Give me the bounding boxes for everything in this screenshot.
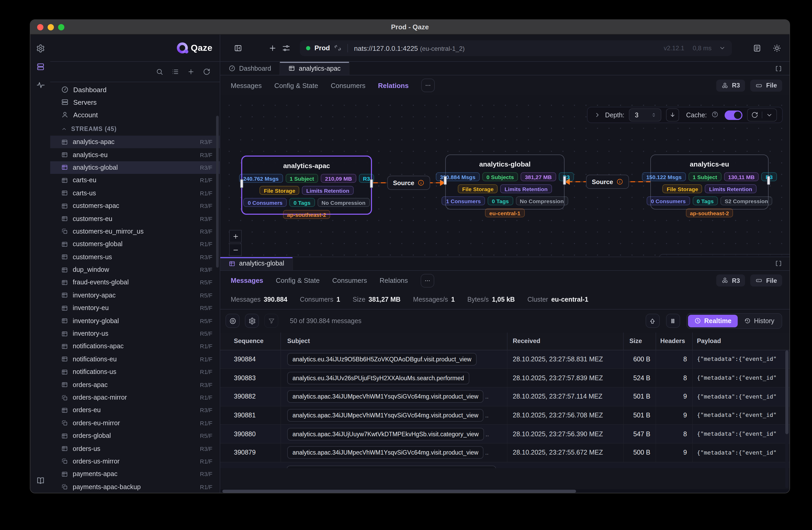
sidebar-stream-customers-apac[interactable]: customers-apac R3/F (50, 199, 220, 212)
connection-settings-button[interactable] (282, 44, 290, 52)
search-icon[interactable] (156, 68, 163, 75)
subject-pill[interactable]: analytics.eu.34iJUz9O5Bb6H5ZoVKQDAoDBguf… (287, 353, 477, 365)
node-handle-right[interactable] (563, 176, 566, 185)
sidebar-item-servers[interactable]: Servers (50, 96, 220, 108)
graph-node-analytics-global[interactable]: analytics-global 390.884 Msgs 0 Subjects… (445, 154, 565, 209)
subtab-config---state[interactable]: Config & State (276, 277, 320, 284)
publish-message-button[interactable] (646, 314, 660, 328)
message-row-390883[interactable]: 390883 analytics.eu.34iJUv26sPUjuFtSyH2X… (220, 369, 789, 387)
message-row-390881[interactable]: 390881 analytics.apac.34iJUMpecVhWM1Ysqv… (220, 406, 789, 425)
sidebar-stream-analytics-global[interactable]: analytics-global R3/F (50, 161, 220, 174)
split-view-icon[interactable] (775, 65, 782, 72)
close-window-button[interactable] (37, 24, 43, 30)
activity-view-button[interactable] (36, 81, 45, 89)
edge-label-source[interactable]: Source (586, 175, 629, 189)
table-vertical-scrollbar[interactable] (785, 350, 788, 488)
node-handle-right[interactable] (767, 176, 770, 185)
sidebar-stream-notifications-eu[interactable]: notifications-eu R1/F (50, 353, 220, 365)
connection-bar[interactable]: Prod nats://127.0.0.1:4225(eu-central-1_… (300, 40, 732, 56)
sidebar-stream-customers-us[interactable]: customers-us R3/F (50, 251, 220, 263)
edge-label-source[interactable]: Source (387, 176, 430, 190)
sidebar-stream-dup_window[interactable]: dup_window R3/F (50, 263, 220, 276)
sidebar-stream-orders-us[interactable]: orders-us R3/F (50, 442, 220, 455)
sidebar-stream-inventory-apac[interactable]: inventory-apac R5/F (50, 289, 220, 302)
subtab-relations[interactable]: Relations (378, 81, 409, 89)
sidebar-stream-payments-apac-backup[interactable]: payments-apac-backup R1/F (50, 480, 220, 493)
sidebar-stream-carts-us[interactable]: carts-us R1/F (50, 187, 220, 199)
column-header-subject[interactable]: Subject (280, 332, 507, 350)
subject-pill[interactable]: analytics.apac.34iJUjUuyw7KwtVkDTMPEkvHg… (287, 428, 484, 440)
message-row-390884[interactable]: 390884 analytics.eu.34iJUz9O5Bb6H5ZoVKQD… (220, 350, 789, 369)
unlink-icon[interactable] (334, 44, 341, 51)
subtab-messages[interactable]: Messages (231, 277, 263, 284)
question-icon[interactable] (712, 111, 720, 119)
column-header-size[interactable]: Size (623, 332, 655, 350)
table-horizontal-scrollbar[interactable] (220, 489, 789, 493)
view-options-button[interactable] (226, 314, 240, 328)
zoom-window-button[interactable] (58, 24, 64, 30)
sidebar-stream-inventory-global[interactable]: inventory-global R5/F (50, 315, 220, 327)
node-handle-right[interactable] (370, 179, 373, 188)
subtab-messages[interactable]: Messages (231, 81, 262, 89)
cache-toggle[interactable] (725, 110, 742, 120)
node-handle-left[interactable] (240, 179, 243, 188)
subtab-relations[interactable]: Relations (380, 277, 408, 284)
sidebar-stream-customers-eu[interactable]: customers-eu R3/F (50, 212, 220, 225)
sidebar-scrollbar[interactable] (216, 84, 219, 488)
new-tab-button[interactable] (269, 44, 277, 52)
more-tabs-button[interactable] (420, 274, 434, 287)
settings-button[interactable] (36, 44, 45, 53)
tab-analytics-apac[interactable]: analytics-apac (280, 62, 349, 75)
chevron-right-icon[interactable] (594, 112, 600, 118)
sidebar-stream-orders-apac-mirror[interactable]: orders-apac-mirror R1/F (50, 391, 220, 404)
sidebar-stream-notifications-apac[interactable]: notifications-apac R1/F (50, 340, 220, 353)
chevron-down-icon[interactable] (719, 44, 726, 51)
table-settings-button[interactable] (245, 314, 259, 328)
filter-button[interactable] (264, 314, 278, 328)
sidebar-stream-inventory-eu[interactable]: inventory-eu R5/F (50, 302, 220, 315)
history-tab[interactable]: History (738, 315, 781, 327)
tab-Dashboard[interactable]: Dashboard (220, 62, 280, 75)
zoom-in-button[interactable] (229, 230, 242, 242)
message-row-390879[interactable]: 390879 analytics.apac.34iJUMpecVhWM1Ysqv… (220, 444, 789, 462)
message-row-390882[interactable]: 390882 analytics.apac.34iJUMpecVhWM1Ysqv… (220, 388, 789, 406)
sidebar-stream-orders-eu[interactable]: orders-eu R3/F (50, 404, 220, 417)
minimize-window-button[interactable] (48, 24, 54, 30)
pause-stream-button[interactable] (666, 314, 680, 328)
refresh-graph-button[interactable] (748, 112, 762, 118)
reader-panel-button[interactable] (753, 44, 761, 52)
sidebar-stream-fraud-events-global[interactable]: fraud-events-global R5/F (50, 276, 220, 289)
add-stream-icon[interactable] (187, 68, 194, 75)
refresh-group[interactable] (747, 108, 777, 122)
sidebar-stream-notifications-us[interactable]: notifications-us R1/F (50, 365, 220, 378)
theme-toggle-button[interactable] (773, 44, 781, 52)
sidebar-item-dashboard[interactable]: Dashboard (50, 83, 220, 96)
column-header-sequence[interactable]: Sequence (220, 332, 280, 350)
subtab-consumers[interactable]: Consumers (332, 277, 367, 284)
realtime-tab[interactable]: Realtime (688, 315, 738, 327)
node-handle-left[interactable] (444, 176, 447, 185)
subject-pill[interactable]: analytics.eu.34iJUv26sPUjuFtSyH2XXAlouMs… (287, 372, 469, 384)
sidebar-stream-inventory-us[interactable]: inventory-us R5/F (50, 327, 220, 340)
column-header-headers[interactable]: Headers (655, 332, 692, 350)
tab-analytics-global[interactable]: analytics-global (220, 257, 293, 270)
subtab-config---state[interactable]: Config & State (274, 81, 318, 89)
streams-section-header[interactable]: STREAMS (45) (50, 122, 220, 136)
subject-pill[interactable]: analytics.apac.34iJUMpecVhWM1YsqvSiGVc64… (287, 409, 484, 422)
sidebar-stream-orders-apac[interactable]: orders-apac R3/F (50, 378, 220, 391)
sidebar-stream-customers-eu_mirror_us[interactable]: customers-eu_mirror_us R3/F (50, 225, 220, 238)
refresh-icon[interactable] (203, 68, 210, 75)
sidebar-item-account[interactable]: Account (50, 108, 220, 121)
graph-node-analytics-apac[interactable]: analytics-apac 240.762 Msgs 1 Subject 21… (241, 155, 372, 215)
zoom-out-button[interactable] (229, 243, 242, 256)
relations-graph[interactable]: Depth: 3 Cache: (220, 95, 789, 257)
streams-view-button[interactable] (36, 62, 45, 71)
sidebar-stream-carts-eu[interactable]: carts-eu R1/F (50, 174, 220, 187)
depth-stepper[interactable]: 3 (629, 108, 662, 122)
subtab-consumers[interactable]: Consumers (331, 81, 365, 89)
refresh-options-button[interactable] (762, 112, 777, 118)
sidebar-stream-customers-global[interactable]: customers-global R1/F (50, 238, 220, 251)
sidebar-stream-analytics-apac[interactable]: analytics-apac R3/F (50, 136, 220, 149)
split-view-icon[interactable] (775, 260, 782, 267)
sidebar-stream-orders-us-mirror[interactable]: orders-us-mirror R1/F (50, 455, 220, 468)
